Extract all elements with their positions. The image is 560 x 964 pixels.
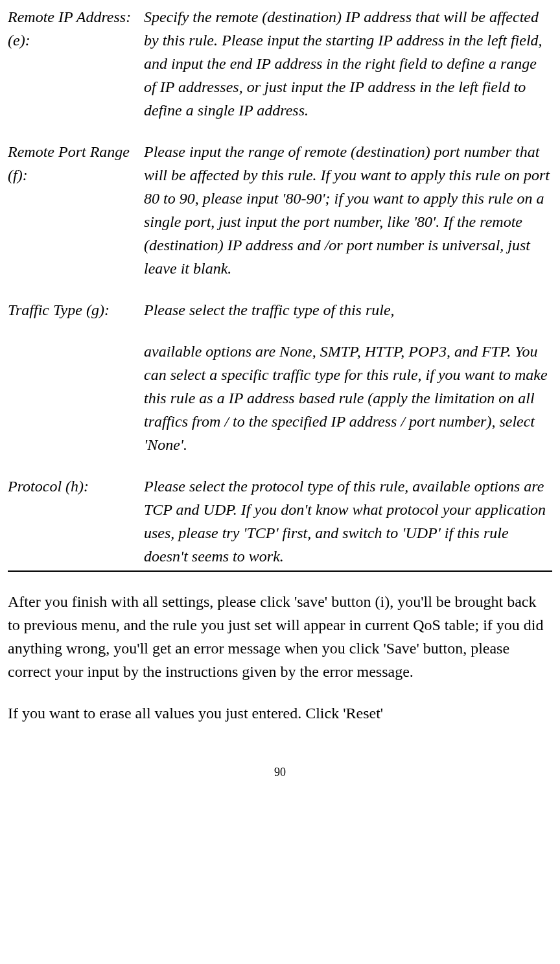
page-number: 90 xyxy=(8,764,552,781)
body-paragraph: After you finish with all settings, plea… xyxy=(8,590,552,683)
definition-description: Please select the protocol type of this … xyxy=(144,475,552,571)
description-paragraph: available options are None, SMTP, HTTP, … xyxy=(144,340,552,456)
definition-description: Please select the traffic type of this r… xyxy=(144,298,552,475)
definition-term: Traffic Type (g): xyxy=(8,298,144,475)
description-paragraph: Please select the protocol type of this … xyxy=(144,475,552,568)
description-paragraph: Please input the range of remote (destin… xyxy=(144,140,552,280)
definition-term: Remote Port Range (f): xyxy=(8,140,144,298)
definition-description: Please input the range of remote (destin… xyxy=(144,140,552,298)
definition-term: Remote IP Address: (e): xyxy=(8,5,144,140)
description-paragraph: Please select the traffic type of this r… xyxy=(144,298,552,322)
definition-description: Specify the remote (destination) IP addr… xyxy=(144,5,552,140)
definition-row: Remote IP Address: (e): Specify the remo… xyxy=(8,5,552,140)
definition-table: Remote IP Address: (e): Specify the remo… xyxy=(8,5,552,572)
definition-row: Remote Port Range (f): Please input the … xyxy=(8,140,552,298)
definition-term: Protocol (h): xyxy=(8,475,144,571)
definition-row: Traffic Type (g): Please select the traf… xyxy=(8,298,552,475)
definition-row: Protocol (h): Please select the protocol… xyxy=(8,475,552,571)
description-paragraph: Specify the remote (destination) IP addr… xyxy=(144,5,552,122)
body-paragraph: If you want to erase all values you just… xyxy=(8,701,552,725)
